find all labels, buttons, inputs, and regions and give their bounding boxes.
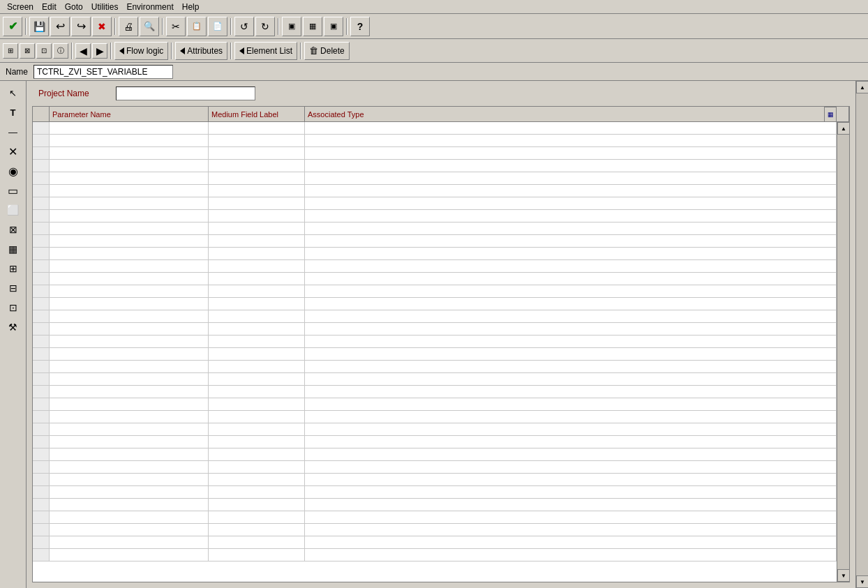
nav-prev-button[interactable]: ◀	[75, 43, 91, 59]
custom-tool[interactable]: ⚒	[4, 318, 22, 336]
cell-medium[interactable]	[209, 323, 305, 335]
redo-button[interactable]: ↻	[255, 17, 275, 36]
cell-assoc[interactable]	[305, 260, 837, 272]
cell-param[interactable]	[50, 461, 209, 473]
table-row[interactable]	[33, 524, 837, 536]
table-row[interactable]	[33, 448, 837, 461]
cell-assoc[interactable]	[305, 172, 837, 184]
cell-assoc[interactable]	[305, 298, 837, 310]
cell-assoc[interactable]	[305, 235, 837, 247]
cell-param[interactable]	[50, 223, 209, 234]
tb2-btn1[interactable]: ⊞	[3, 43, 18, 59]
cell-assoc[interactable]	[305, 336, 837, 347]
table-row[interactable]	[33, 235, 837, 248]
cell-param[interactable]	[50, 235, 209, 247]
cell-param[interactable]	[50, 373, 209, 385]
radio-tool[interactable]: ◉	[4, 162, 22, 180]
cell-param[interactable]	[50, 448, 209, 460]
cell-assoc[interactable]	[305, 373, 837, 385]
cell-medium[interactable]	[209, 536, 305, 548]
cell-medium[interactable]	[209, 386, 305, 398]
menu-utilities[interactable]: Utilities	[87, 1, 123, 13]
cell-assoc[interactable]	[305, 273, 837, 285]
cell-assoc[interactable]	[305, 549, 837, 561]
cell-medium[interactable]	[209, 336, 305, 347]
cell-param[interactable]	[50, 260, 209, 272]
cell-assoc[interactable]	[305, 310, 837, 322]
project-name-input[interactable]	[116, 86, 255, 100]
table-row[interactable]	[33, 411, 837, 423]
cell-medium[interactable]	[209, 235, 305, 247]
cell-param[interactable]	[50, 398, 209, 410]
grid2-tool[interactable]: ⊟	[4, 279, 22, 297]
cell-assoc[interactable]	[305, 135, 837, 146]
menu-environment[interactable]: Environment	[122, 1, 177, 13]
cell-medium[interactable]	[209, 448, 305, 460]
cell-param[interactable]	[50, 486, 209, 498]
rect-tool[interactable]: ▭	[4, 181, 22, 199]
cell-assoc[interactable]	[305, 348, 837, 360]
table-row[interactable]	[33, 499, 837, 511]
cell-medium[interactable]	[209, 461, 305, 473]
table-row[interactable]	[33, 323, 837, 336]
cell-medium[interactable]	[209, 423, 305, 435]
scroll-down-button[interactable]: ▼	[837, 569, 849, 582]
table-options-button[interactable]: ▦	[824, 107, 837, 122]
cell-assoc[interactable]	[305, 448, 837, 460]
cell-param[interactable]	[50, 511, 209, 523]
cell-assoc[interactable]	[305, 223, 837, 234]
table-row[interactable]	[33, 160, 837, 172]
cell-medium[interactable]	[209, 197, 305, 209]
cell-medium[interactable]	[209, 373, 305, 385]
check-button[interactable]: ✔	[3, 17, 22, 36]
right-scrollbar[interactable]: ▲ ▼	[855, 81, 868, 588]
cell-assoc[interactable]	[305, 536, 837, 548]
cell-medium[interactable]	[209, 248, 305, 259]
subscreen-tool[interactable]: ⊞	[4, 259, 22, 278]
delete-button[interactable]: 🗑 Delete	[304, 42, 350, 60]
cell-medium[interactable]	[209, 122, 305, 134]
cell-param[interactable]	[50, 285, 209, 297]
frame-tool[interactable]: ⬜	[4, 201, 22, 219]
cell-assoc[interactable]	[305, 147, 837, 159]
cut-button[interactable]: ✂	[166, 17, 186, 36]
table-row[interactable]	[33, 285, 837, 298]
cell-medium[interactable]	[209, 147, 305, 159]
cell-medium[interactable]	[209, 474, 305, 485]
back-button[interactable]: ↩	[50, 17, 70, 36]
right-scroll-up[interactable]: ▲	[856, 81, 868, 93]
cell-param[interactable]	[50, 210, 209, 222]
table-row[interactable]	[33, 248, 837, 260]
cell-medium[interactable]	[209, 298, 305, 310]
cell-param[interactable]	[50, 135, 209, 146]
cell-param[interactable]	[50, 386, 209, 398]
nav-next-button[interactable]: ▶	[92, 43, 107, 59]
cell-assoc[interactable]	[305, 398, 837, 410]
forward-button[interactable]: ↪	[71, 17, 91, 36]
cell-assoc[interactable]	[305, 474, 837, 485]
cell-medium[interactable]	[209, 486, 305, 498]
table-row[interactable]	[33, 423, 837, 436]
cell-assoc[interactable]	[305, 185, 837, 197]
cell-medium[interactable]	[209, 511, 305, 523]
cell-assoc[interactable]	[305, 436, 837, 448]
vertical-scrollbar[interactable]: ▲ ▼	[837, 122, 849, 582]
table-row[interactable]	[33, 172, 837, 185]
cell-param[interactable]	[50, 411, 209, 423]
cell-medium[interactable]	[209, 398, 305, 410]
cell-assoc[interactable]	[305, 160, 837, 172]
cell-param[interactable]	[50, 185, 209, 197]
save-button[interactable]: 💾	[29, 17, 49, 36]
paste-button[interactable]: 📄	[208, 17, 227, 36]
table-row[interactable]	[33, 310, 837, 323]
cell-assoc[interactable]	[305, 511, 837, 523]
table-row[interactable]	[33, 536, 837, 549]
table-body[interactable]	[33, 122, 837, 582]
cell-assoc[interactable]	[305, 122, 837, 134]
cell-medium[interactable]	[209, 135, 305, 146]
cell-assoc[interactable]	[305, 361, 837, 372]
cell-medium[interactable]	[209, 549, 305, 561]
cell-assoc[interactable]	[305, 323, 837, 335]
table-row[interactable]	[33, 147, 837, 160]
table-row[interactable]	[33, 361, 837, 373]
